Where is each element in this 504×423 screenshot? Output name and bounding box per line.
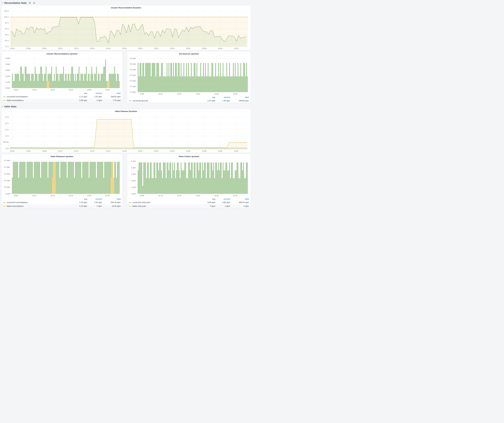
legend-avg-value: 0.13 opm: [71, 205, 87, 207]
series-color-dash: [3, 100, 6, 101]
legend-sort-avg[interactable]: avg: [71, 92, 87, 94]
panel-helm-releases: Helm Releases ops/min avg current total …: [1, 154, 123, 208]
gear-icon[interactable]: [29, 2, 31, 4]
legend-sort-total[interactable]: total: [102, 198, 121, 200]
legend-sort-total[interactable]: total: [230, 96, 249, 98]
panel-cluster-reconciliation-duration: Cluster Reconciliation Duration: [1, 5, 251, 50]
helm-release-duration-chart[interactable]: [3, 113, 249, 153]
legend-total-value: 465.60 opm: [230, 201, 249, 204]
legend-row: failed reconciliations 0.13 opm 0 opm 15…: [1, 204, 122, 208]
legend-series-toggle[interactable]: successful chart pulls: [129, 201, 199, 204]
legend-avg-value: 2.10 opm: [71, 201, 87, 204]
panel-title[interactable]: Helm Releases ops/min: [1, 154, 122, 158]
legend-current-value: 4.80 opm: [215, 201, 230, 204]
legend-total-value: 7.20 opm: [102, 99, 121, 101]
legend-avg-value: 0.06 opm: [71, 99, 87, 101]
legend-sort-total[interactable]: total: [102, 92, 121, 94]
legend-sort-current[interactable]: current: [87, 92, 102, 94]
legend-total-value: 0 opm: [230, 205, 249, 207]
series-color-dash: [129, 206, 131, 206]
legend-row: successful reconciliations 2.10 opm 2.40…: [1, 201, 122, 204]
panel-title[interactable]: Cluster Reconciliations ops/min: [1, 51, 122, 55]
legend-sort-current[interactable]: current: [215, 96, 230, 98]
legend: avg current total successful chart pulls…: [127, 198, 251, 208]
legend-row: successful chart pulls 3.85 opm 4.80 opm…: [127, 201, 251, 204]
trash-icon[interactable]: [33, 2, 35, 4]
legend-row: successful reconciliations 2.12 opm 1.20…: [1, 95, 122, 99]
helm-charts-chart[interactable]: [128, 158, 250, 197]
legend-sort-avg[interactable]: avg: [199, 198, 215, 200]
legend-sort-avg[interactable]: avg: [71, 198, 87, 200]
legend-sort-total[interactable]: total: [230, 198, 249, 200]
legend-total-value: 15.60 opm: [102, 205, 121, 207]
legend-current-value: 0 opm: [215, 205, 230, 207]
series-color-dash: [3, 202, 6, 203]
panel-title[interactable]: Helm Charts ops/min: [127, 154, 251, 158]
section-reconciliation-stats[interactable]: Reconciliation Stats: [1, 0, 251, 5]
panel-cluster-reconciliations: Cluster Reconciliations ops/min avg curr…: [1, 51, 123, 103]
legend-sort-current[interactable]: current: [87, 198, 102, 200]
legend: avg current total successful reconciliat…: [1, 198, 122, 208]
git-sources-chart[interactable]: [128, 55, 250, 95]
series-color-dash: [129, 202, 131, 203]
legend-current-value: 0 opm: [87, 205, 102, 207]
series-color-dash: [129, 101, 131, 101]
panel-title[interactable]: Cluster Reconciliation Duration: [1, 5, 251, 9]
legend-total-value: 256.80 opm: [102, 96, 121, 98]
chevron-down-icon: [1, 106, 3, 107]
legend: avg current total successful reconciliat…: [1, 92, 122, 102]
section-title[interactable]: Reconciliation Stats: [4, 1, 27, 4]
legend-series-toggle[interactable]: failed reconciliations: [3, 205, 71, 207]
legend-sort-avg[interactable]: avg: [199, 96, 215, 98]
legend: avg current total successful git pulls 2…: [127, 96, 251, 103]
section-title[interactable]: Helm Stats: [4, 105, 17, 108]
legend-current-value: 0 opm: [87, 99, 102, 101]
legend-series-toggle[interactable]: failed chart pulls: [129, 205, 199, 207]
series-color-dash: [3, 97, 6, 97]
legend-avg-value: 2.12 opm: [71, 96, 87, 98]
legend-current-value: 2.40 opm: [87, 201, 102, 204]
legend-total-value: 346.80 opm: [230, 100, 249, 102]
legend-row: failed reconciliations 0.06 opm 0 opm 7.…: [1, 99, 122, 102]
legend-row: failed chart pulls 0 opm 0 opm 0 opm: [127, 204, 251, 208]
legend-avg-value: 0 opm: [199, 205, 215, 207]
panel-title[interactable]: Helm Release Duration: [1, 109, 251, 113]
cluster-reconciliations-chart[interactable]: [2, 55, 121, 91]
legend-avg-value: 2.87 opm: [199, 100, 215, 102]
chevron-down-icon: [1, 2, 3, 4]
legend-series-toggle[interactable]: successful reconciliations: [3, 201, 71, 204]
legend-avg-value: 3.85 opm: [199, 201, 215, 204]
panel-helm-release-duration: Helm Release Duration: [1, 109, 251, 153]
helm-releases-chart[interactable]: [2, 158, 121, 197]
legend-series-toggle[interactable]: successful reconciliations: [3, 96, 71, 98]
legend-total-value: 254.40 opm: [102, 201, 121, 204]
legend-current-value: 1.20 opm: [87, 96, 102, 98]
panel-helm-charts: Helm Charts ops/min avg current total su…: [127, 154, 251, 208]
panel-git-sources: Git Sources ops/min avg current total su…: [127, 51, 251, 103]
legend-current-value: 2.40 opm: [215, 100, 230, 102]
cluster-reconciliation-duration-chart[interactable]: [3, 9, 249, 50]
legend-series-toggle[interactable]: successful git pulls: [129, 100, 199, 102]
section-helm-stats[interactable]: Helm Stats: [1, 104, 251, 109]
series-color-dash: [3, 206, 6, 206]
legend-series-toggle[interactable]: failed reconciliations: [3, 99, 71, 101]
legend-row: successful git pulls 2.87 opm 2.40 opm 3…: [127, 99, 251, 103]
panel-title[interactable]: Git Sources ops/min: [127, 51, 251, 55]
legend-sort-current[interactable]: current: [215, 198, 230, 200]
